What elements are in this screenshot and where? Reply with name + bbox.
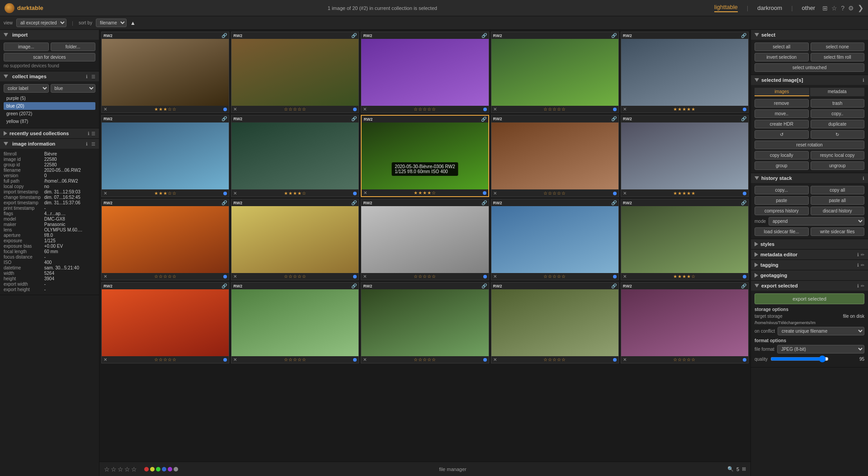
star-rating[interactable]: ☆☆☆☆☆ (414, 107, 436, 112)
collect-info-icon[interactable]: ℹ (86, 74, 88, 79)
help-icon[interactable]: ? (841, 5, 844, 12)
collect-header[interactable]: collect images ℹ ☰ (0, 71, 99, 81)
thumb-icon1[interactable]: 🔗 (351, 33, 357, 38)
create-hdr-btn[interactable]: create HDR (755, 120, 809, 128)
thumb-icon1[interactable]: 🔗 (351, 200, 357, 205)
quality-slider[interactable] (770, 355, 829, 363)
star-rating[interactable]: ☆☆☆☆☆ (284, 107, 307, 112)
thumb-icon1[interactable]: 🔗 (741, 283, 746, 288)
geotagging-header[interactable]: geotagging (751, 270, 868, 280)
table-row[interactable]: RW2🔗✕☆☆☆☆☆ (491, 282, 619, 363)
group-btn[interactable]: group (755, 161, 809, 170)
recently-menu-icon[interactable]: ☰ (91, 131, 95, 136)
load-sidecar-btn[interactable]: load sidecar file... (755, 227, 809, 236)
thumb-close-icon[interactable]: ✕ (233, 274, 237, 279)
table-row[interactable]: RW2🔗✕☆☆☆☆☆ (361, 32, 489, 113)
move-btn[interactable]: move.. (755, 109, 809, 118)
table-row[interactable]: RW2🔗✕☆☆☆☆☆ (231, 282, 359, 363)
nav-other[interactable]: other (802, 5, 816, 11)
thumb-close-icon[interactable]: ✕ (493, 357, 497, 362)
star-rating[interactable]: ★★★★☆ (673, 274, 696, 279)
trash-btn[interactable]: trash (811, 99, 865, 108)
info-header[interactable]: image information ℹ ☰ (0, 139, 99, 149)
filter-blue[interactable] (162, 467, 166, 471)
select-none-btn[interactable]: select none (811, 42, 865, 51)
resync-btn[interactable]: resync local copy (811, 151, 865, 160)
table-row[interactable]: RW2🔗✕☆☆☆☆☆ (491, 199, 619, 280)
star-rating[interactable]: ★★★★★ (673, 191, 696, 196)
thumb-close-icon[interactable]: ✕ (104, 107, 107, 112)
conflict-select[interactable]: create unique filename (778, 327, 864, 335)
table-row[interactable]: RW2🔗2020-05-30-Bièvre-0306 RW2 1/125 f/8… (361, 115, 489, 197)
thumb-icon1[interactable]: 🔗 (481, 283, 487, 288)
thumb-close-icon[interactable]: ✕ (104, 274, 107, 279)
thumb-close-icon[interactable]: ✕ (233, 357, 237, 362)
import-header[interactable]: import (0, 30, 99, 40)
thumb-close-icon[interactable]: ✕ (363, 274, 367, 279)
star-rating[interactable]: ☆☆☆☆☆ (543, 274, 566, 279)
table-row[interactable]: RW2🔗✕★★★★★ (621, 32, 749, 113)
select-all-btn[interactable]: select all (755, 42, 809, 51)
tag-purple[interactable]: purple (5) (4, 94, 95, 102)
nav-darkroom[interactable]: darkroom (757, 5, 782, 11)
invert-selection-btn[interactable]: invert selection (755, 53, 809, 61)
reset-rotation-btn[interactable]: reset rotation (755, 141, 864, 149)
star-rating[interactable]: ★★★★★ (673, 107, 696, 112)
nav-lighttable[interactable]: lighttable (714, 4, 738, 12)
export-header[interactable]: export selected ℹ ✏ (751, 281, 868, 291)
thumb-close-icon[interactable]: ✕ (623, 107, 627, 112)
star2[interactable]: ☆ (111, 466, 117, 473)
recently-info-icon[interactable]: ℹ (88, 131, 90, 136)
thumb-icon1[interactable]: 🔗 (741, 116, 746, 121)
thumb-close-icon[interactable]: ✕ (623, 191, 627, 196)
grid-icon[interactable]: ⊞ (822, 5, 828, 12)
thumb-icon1[interactable]: 🔗 (741, 33, 746, 38)
thumb-icon1[interactable]: 🔗 (481, 33, 487, 38)
star1[interactable]: ☆ (104, 466, 110, 473)
table-row[interactable]: RW2🔗✕☆☆☆☆☆ (361, 282, 489, 363)
thumb-close-icon[interactable]: ✕ (363, 107, 367, 112)
thumb-close-icon[interactable]: ✕ (233, 191, 237, 196)
filter-purple[interactable] (168, 467, 172, 471)
star-rating[interactable]: ★★★★☆ (284, 191, 307, 196)
rotate-ccw-btn[interactable]: ↺ (755, 130, 809, 139)
table-row[interactable]: RW2🔗✕★★★★★ (621, 115, 749, 197)
tab-images[interactable]: images (755, 88, 809, 96)
duplicate-btn[interactable]: duplicate (811, 120, 865, 128)
info-menu-icon[interactable]: ☰ (91, 141, 95, 146)
star5[interactable]: ☆ (131, 466, 137, 473)
metadata-edit-icon[interactable]: ✏ (861, 252, 864, 257)
ungroup-btn[interactable]: ungroup (811, 161, 865, 170)
thumb-icon1[interactable]: 🔗 (222, 33, 227, 38)
mode-select[interactable]: append (769, 217, 864, 226)
thumb-icon1[interactable]: 🔗 (351, 116, 357, 121)
metadata-info-icon[interactable]: ℹ (857, 252, 859, 257)
remove-btn[interactable]: remove (755, 99, 809, 108)
table-row[interactable]: RW2🔗✕☆☆☆☆☆ (101, 282, 229, 363)
star-rating[interactable]: ☆☆☆☆☆ (284, 274, 307, 279)
thumb-icon1[interactable]: 🔗 (222, 283, 227, 288)
history-paste-all-btn[interactable]: paste all (811, 196, 865, 205)
star-rating[interactable]: ☆☆☆☆☆ (154, 357, 177, 362)
import-image-btn[interactable]: image... (4, 42, 49, 51)
export-selected-btn[interactable]: export selected (755, 293, 864, 304)
thumb-icon1[interactable]: 🔗 (611, 33, 617, 38)
thumb-close-icon[interactable]: ✕ (363, 190, 367, 195)
tagging-edit-icon[interactable]: ✏ (861, 263, 864, 268)
thumb-close-icon[interactable]: ✕ (493, 191, 497, 196)
table-row[interactable]: RW2🔗✕★★★☆☆ (101, 115, 229, 197)
copy-locally-btn[interactable]: copy locally (755, 151, 809, 160)
star-rating[interactable]: ★★★☆☆ (154, 107, 177, 112)
history-paste-btn[interactable]: paste (755, 196, 809, 205)
table-row[interactable]: RW2🔗✕☆☆☆☆☆ (361, 199, 489, 280)
thumb-icon1[interactable]: 🔗 (222, 200, 227, 205)
table-row[interactable]: RW2🔗✕☆☆☆☆☆ (621, 282, 749, 363)
thumb-close-icon[interactable]: ✕ (104, 191, 107, 196)
styles-header[interactable]: styles (751, 239, 868, 249)
table-row[interactable]: RW2🔗✕☆☆☆☆☆ (101, 199, 229, 280)
thumb-close-icon[interactable]: ✕ (104, 357, 107, 362)
topbar-chevron[interactable]: ❯ (858, 4, 863, 12)
tag-yellow[interactable]: yellow (87) (4, 118, 95, 125)
star-rating[interactable]: ☆☆☆☆☆ (543, 107, 566, 112)
star4[interactable]: ☆ (124, 466, 130, 473)
